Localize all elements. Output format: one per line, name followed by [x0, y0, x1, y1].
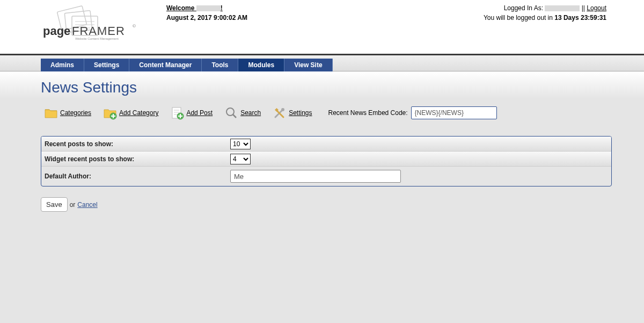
- svg-point-21: [226, 108, 234, 116]
- tool-add-category[interactable]: Add Category: [103, 106, 158, 120]
- tool-settings[interactable]: Settings: [273, 106, 312, 120]
- default-author-label: Default Author:: [41, 173, 229, 180]
- folder-icon: [44, 106, 58, 120]
- cancel-link[interactable]: Cancel: [77, 201, 97, 209]
- logged-in-prefix: Logged In As:: [504, 4, 545, 12]
- page-plus-icon: [170, 106, 184, 120]
- logout-link[interactable]: Logout: [587, 4, 606, 12]
- widget-posts-label: Widget recent posts to show:: [41, 155, 229, 163]
- nav-admins[interactable]: Admins: [41, 59, 84, 71]
- main-nav: Admins Settings Content Manager Tools Mo…: [0, 55, 644, 71]
- nav-view-site[interactable]: View Site: [284, 59, 332, 71]
- widget-posts-select[interactable]: 4: [230, 154, 251, 164]
- welcome-area: Welcome ! August 2, 2017 9:00:02 AM: [166, 0, 484, 54]
- search-icon: [224, 106, 238, 120]
- welcome-suffix: !: [221, 4, 223, 12]
- tool-search[interactable]: Search: [224, 106, 261, 120]
- svg-point-24: [281, 108, 284, 111]
- settings-panel: Recent posts to show: 10 Widget recent p…: [41, 136, 612, 186]
- row-recent-posts: Recent posts to show: 10: [41, 137, 611, 152]
- separator: ||: [580, 4, 587, 12]
- or-text: or: [70, 201, 76, 209]
- tool-add-category-label: Add Category: [119, 109, 158, 117]
- save-button[interactable]: Save: [41, 197, 68, 212]
- svg-text:page: page: [43, 24, 70, 38]
- recent-posts-label: Recent posts to show:: [41, 140, 229, 148]
- nav-content-manager[interactable]: Content Manager: [129, 59, 202, 71]
- nav-settings[interactable]: Settings: [84, 59, 129, 71]
- row-default-author: Default Author:: [41, 167, 611, 186]
- action-row: Save or Cancel: [41, 197, 612, 212]
- embed-area: Recent News Embed Code:: [328, 106, 497, 119]
- welcome-username: [196, 5, 221, 11]
- tool-add-post-label: Add Post: [186, 109, 213, 117]
- logged-in-line: Logged In As: || Logout: [484, 4, 606, 12]
- nav-modules[interactable]: Modules: [238, 59, 284, 71]
- logout-countdown: 13 Days 23:59:31: [554, 14, 606, 21]
- pageframer-logo: page FRAMER R Website Content Management: [43, 5, 140, 48]
- content-area: News Settings Categories Add Category: [0, 71, 644, 233]
- embed-label: Recent News Embed Code:: [328, 109, 408, 117]
- welcome-line: Welcome !: [166, 4, 484, 12]
- logout-warning-prefix: You will be logged out in: [484, 14, 554, 21]
- svg-text:FRAMER: FRAMER: [72, 24, 125, 38]
- logout-countdown-line: You will be logged out in 13 Days 23:59:…: [484, 14, 606, 21]
- row-widget-posts: Widget recent posts to show: 4: [41, 152, 611, 167]
- date-line: August 2, 2017 9:00:02 AM: [166, 14, 484, 21]
- page-title: News Settings: [41, 76, 612, 106]
- default-author-input[interactable]: [230, 170, 401, 183]
- header-bar: page FRAMER R Website Content Management…: [0, 0, 644, 54]
- folder-plus-icon: [103, 106, 117, 120]
- svg-text:Website Content Management: Website Content Management: [75, 37, 119, 40]
- svg-line-22: [233, 114, 236, 118]
- welcome-prefix: Welcome: [166, 4, 196, 12]
- logged-in-username: [545, 5, 580, 11]
- logo: page FRAMER R Website Content Management: [43, 0, 166, 54]
- recent-posts-select[interactable]: 10: [230, 139, 251, 149]
- toolbar: Categories Add Category Add Post: [41, 106, 612, 120]
- tool-categories[interactable]: Categories: [44, 106, 91, 120]
- tools-icon: [273, 106, 287, 120]
- tool-settings-label: Settings: [289, 109, 312, 117]
- tool-search-label: Search: [240, 109, 261, 117]
- tool-add-post[interactable]: Add Post: [170, 106, 213, 120]
- header-right: Logged In As: || Logout You will be logg…: [484, 0, 606, 54]
- embed-code-input[interactable]: [411, 106, 497, 119]
- nav-tools[interactable]: Tools: [202, 59, 238, 71]
- tool-categories-label: Categories: [60, 109, 91, 117]
